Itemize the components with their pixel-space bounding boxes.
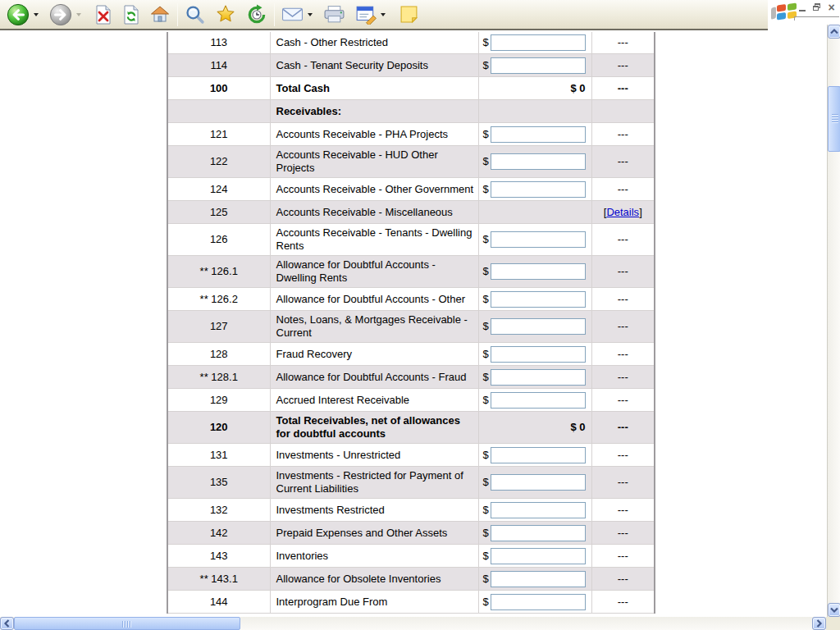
favorites-button[interactable] bbox=[213, 2, 238, 28]
line-number-cell: 122 bbox=[167, 146, 270, 178]
minimize-button[interactable] bbox=[797, 2, 808, 13]
amount-input[interactable] bbox=[491, 392, 586, 409]
description-cell: Accounts Receivable - Tenants - Dwelling… bbox=[270, 224, 478, 256]
horizontal-scrollbar[interactable] bbox=[0, 617, 826, 630]
toolbar-separator bbox=[274, 3, 275, 26]
chevron-up-icon bbox=[829, 28, 839, 35]
line-number-cell: 124 bbox=[167, 178, 270, 201]
flag-cell: --- bbox=[591, 77, 655, 100]
line-number-cell: ** 128.1 bbox=[167, 366, 270, 389]
table-row: 143Inventories$--- bbox=[167, 545, 655, 568]
flag-cell bbox=[591, 100, 655, 123]
back-button[interactable] bbox=[5, 2, 31, 28]
amount-input[interactable] bbox=[491, 318, 586, 335]
amount-input[interactable] bbox=[491, 126, 586, 143]
currency-symbol: $ bbox=[483, 371, 489, 384]
edit-dropdown-icon[interactable] bbox=[381, 13, 386, 16]
amount-input[interactable] bbox=[491, 34, 586, 51]
table-row: 127Notes, Loans, & Mortgages Receivable … bbox=[167, 311, 655, 343]
amount-input[interactable] bbox=[491, 548, 586, 564]
table-row: 126Accounts Receivable - Tenants - Dwell… bbox=[167, 224, 655, 256]
amount-cell: $ bbox=[478, 545, 591, 568]
search-icon bbox=[185, 4, 205, 25]
currency-symbol: $ bbox=[483, 233, 489, 246]
page-content: 113Cash - Other Restricted$---114Cash - … bbox=[0, 32, 826, 617]
chevron-right-icon bbox=[815, 619, 823, 628]
description-cell: Accounts Receivable - PHA Projects bbox=[270, 123, 478, 146]
edit-button[interactable] bbox=[354, 2, 378, 28]
amount-cell: $ bbox=[478, 591, 591, 614]
mail-button[interactable] bbox=[280, 2, 305, 28]
amount-input[interactable] bbox=[491, 231, 586, 248]
amount-input[interactable] bbox=[491, 346, 586, 363]
description-cell: Prepaid Expenses and Other Assets bbox=[270, 522, 478, 545]
forward-button[interactable] bbox=[48, 2, 74, 28]
line-number-cell: 127 bbox=[167, 311, 270, 343]
amount-input[interactable] bbox=[491, 57, 586, 74]
home-icon bbox=[149, 4, 171, 25]
currency-symbol: $ bbox=[483, 320, 489, 333]
home-button[interactable] bbox=[148, 2, 172, 28]
scroll-up-button[interactable] bbox=[828, 25, 840, 39]
description-cell: Accounts Receivable - Miscellaneous bbox=[270, 201, 478, 224]
amount-cell: $ bbox=[478, 366, 591, 389]
mail-dropdown-icon[interactable] bbox=[308, 13, 313, 16]
description-cell: Allowance for Doubtful Accounts - Dwelli… bbox=[270, 256, 478, 288]
amount-input[interactable] bbox=[491, 525, 586, 541]
amount-input[interactable] bbox=[491, 369, 586, 386]
table-row: 124Accounts Receivable - Other Governmen… bbox=[167, 178, 655, 201]
horizontal-scroll-thumb[interactable] bbox=[14, 617, 240, 630]
table-row: 100Total Cash$ 0--- bbox=[167, 77, 655, 100]
refresh-button[interactable] bbox=[120, 2, 143, 28]
scroll-left-button[interactable] bbox=[0, 617, 14, 630]
amount-cell: $ bbox=[478, 568, 591, 591]
amount-cell: $ bbox=[478, 288, 591, 311]
forward-dropdown-icon[interactable] bbox=[76, 13, 81, 16]
description-cell: Allowance for Doubtful Accounts - Fraud bbox=[270, 366, 478, 389]
search-button[interactable] bbox=[183, 2, 207, 28]
history-button[interactable] bbox=[244, 2, 269, 28]
amount-input[interactable] bbox=[491, 594, 586, 610]
amount-input[interactable] bbox=[491, 571, 586, 587]
toolbar-separator bbox=[177, 3, 178, 26]
flag-cell: [Details] bbox=[591, 201, 655, 224]
note-icon bbox=[399, 5, 418, 24]
currency-symbol: $ bbox=[483, 348, 489, 361]
vertical-scrollbar[interactable] bbox=[827, 25, 840, 617]
table-row: ** 143.1Allowance for Obsolete Inventori… bbox=[167, 568, 655, 591]
mail-icon bbox=[281, 6, 304, 23]
back-dropdown-icon[interactable] bbox=[34, 13, 39, 16]
amount-input[interactable] bbox=[491, 291, 586, 308]
amount-input[interactable] bbox=[491, 153, 586, 170]
history-icon bbox=[246, 4, 267, 25]
scroll-down-button[interactable] bbox=[828, 603, 840, 617]
chevron-down-icon bbox=[829, 606, 839, 614]
amount-input[interactable] bbox=[491, 263, 586, 280]
amount-cell: $ bbox=[478, 256, 591, 288]
currency-symbol: $ bbox=[483, 155, 489, 168]
line-number-cell bbox=[167, 100, 270, 123]
table-row: 121Accounts Receivable - PHA Projects$--… bbox=[167, 123, 655, 146]
flag-cell: --- bbox=[591, 311, 655, 343]
amount-cell: $ 0 bbox=[478, 77, 591, 100]
line-number-cell: 114 bbox=[167, 54, 270, 77]
amount-input[interactable] bbox=[491, 447, 586, 463]
description-cell: Accounts Receivable - HUD Other Projects bbox=[270, 146, 478, 178]
description-cell: Inventories bbox=[270, 545, 478, 568]
amount-input[interactable] bbox=[491, 181, 586, 198]
close-button[interactable]: × bbox=[826, 2, 837, 13]
print-button[interactable] bbox=[322, 2, 347, 28]
vertical-scroll-thumb[interactable] bbox=[828, 86, 840, 152]
currency-symbol: $ bbox=[483, 128, 489, 141]
details-link[interactable]: Details bbox=[606, 206, 639, 218]
table-row: 113Cash - Other Restricted$--- bbox=[167, 32, 655, 54]
scroll-right-button[interactable] bbox=[812, 617, 826, 630]
amount-input[interactable] bbox=[491, 502, 586, 518]
stop-button[interactable] bbox=[92, 2, 115, 28]
messenger-note-button[interactable] bbox=[398, 2, 420, 28]
table-row: 135Investments - Restricted for Payment … bbox=[167, 467, 655, 499]
amount-input[interactable] bbox=[491, 474, 586, 491]
flag-cell: --- bbox=[591, 288, 655, 311]
restore-button[interactable] bbox=[811, 2, 822, 13]
description-cell: Fraud Recovery bbox=[270, 343, 478, 366]
